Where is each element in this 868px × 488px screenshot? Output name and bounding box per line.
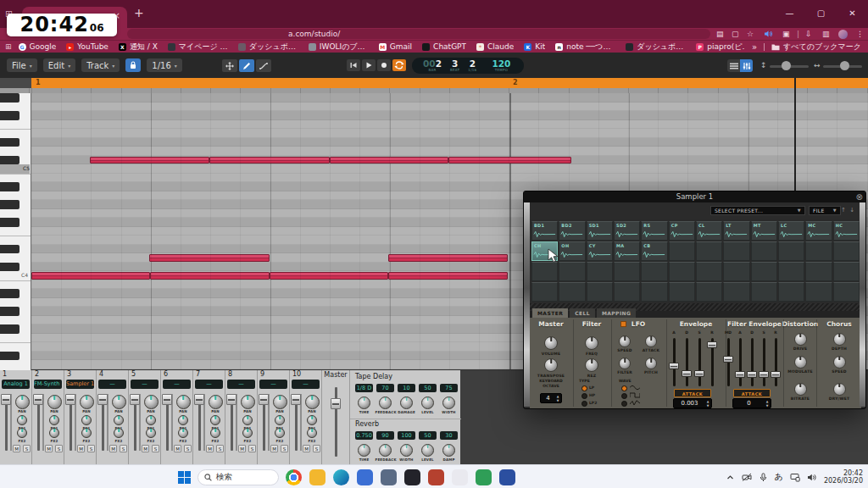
- solo-button[interactable]: S: [281, 445, 288, 452]
- camera-off-icon[interactable]: [742, 473, 752, 482]
- fx2-send-knob[interactable]: [178, 428, 188, 438]
- sampler-pad-cb[interactable]: CB: [641, 241, 667, 261]
- bookmark-item[interactable]: ▸YouTube: [66, 42, 108, 51]
- piano-black-key[interactable]: [0, 324, 19, 334]
- tab-master[interactable]: MASTER: [532, 308, 568, 318]
- piano-key-c5[interactable]: C5: [0, 164, 30, 174]
- piano-black-key[interactable]: [0, 245, 19, 254]
- file-menu[interactable]: File▾: [7, 58, 37, 72]
- taskbar-app-obs[interactable]: [404, 469, 420, 485]
- channel-name-button[interactable]: Analog 1: [2, 380, 30, 389]
- fx-feedback-knob[interactable]: [379, 444, 392, 457]
- midi-note[interactable]: [388, 254, 508, 262]
- master-fader-handle[interactable]: [331, 398, 341, 409]
- fx2-send-knob[interactable]: [275, 428, 285, 438]
- solo-button[interactable]: S: [313, 445, 320, 452]
- bookmark-item[interactable]: *Claude: [476, 42, 514, 51]
- vertical-zoom-handle[interactable]: [782, 61, 791, 70]
- fx1-send-knob[interactable]: [114, 415, 124, 425]
- pan-knob[interactable]: [241, 395, 255, 409]
- pan-knob[interactable]: [144, 395, 159, 409]
- midi-note[interactable]: [150, 272, 270, 280]
- pan-knob[interactable]: [176, 395, 191, 409]
- piano-roll-row[interactable]: [31, 164, 868, 174]
- maximize-button[interactable]: ▢: [805, 0, 837, 25]
- speed-knob[interactable]: [833, 356, 846, 369]
- lfo-wave-radio-2[interactable]: [621, 401, 627, 407]
- solo-button[interactable]: S: [87, 445, 95, 452]
- fx-feedback-knob[interactable]: [379, 396, 392, 409]
- fx-value-width[interactable]: 75: [440, 384, 458, 392]
- pan-knob[interactable]: [305, 395, 320, 409]
- midi-note[interactable]: [209, 157, 330, 164]
- fx2-send-knob[interactable]: [242, 428, 253, 438]
- sampler-pad-bd2[interactable]: BD2: [559, 221, 585, 241]
- start-button[interactable]: [178, 471, 191, 484]
- piano-key-c4[interactable]: C4: [0, 271, 28, 280]
- pan-knob[interactable]: [273, 395, 287, 409]
- fx-damp-knob[interactable]: [442, 444, 455, 457]
- fx-damage-knob[interactable]: [400, 396, 413, 409]
- sampler-pad-ma[interactable]: MA: [614, 241, 640, 261]
- fx2-send-knob[interactable]: [210, 428, 220, 438]
- fx2-send-knob[interactable]: [114, 428, 124, 438]
- channel-name-button[interactable]: —: [98, 380, 126, 389]
- automation-tool-button[interactable]: [256, 59, 271, 72]
- keyboard-octave-value[interactable]: 4▲▼: [540, 393, 562, 403]
- bookmark-item[interactable]: ダッシュボード: [626, 42, 686, 53]
- beat-display[interactable]: 3 BEAT: [450, 59, 459, 73]
- piano-keyboard[interactable]: C5C4: [0, 93, 31, 370]
- sampler-pad-sd2[interactable]: SD2: [614, 221, 640, 241]
- filter-type-lp-radio[interactable]: [581, 385, 587, 391]
- pan-knob[interactable]: [112, 395, 126, 409]
- mute-button[interactable]: M: [206, 445, 214, 452]
- fx-width-knob[interactable]: [442, 396, 455, 409]
- volume-fader-handle[interactable]: [65, 394, 75, 405]
- volume-fader-handle[interactable]: [1, 394, 11, 405]
- piano-roll-row[interactable]: [31, 147, 868, 156]
- fx2-send-knob[interactable]: [81, 428, 92, 438]
- ime-indicator[interactable]: あ: [775, 471, 783, 483]
- piano-black-key[interactable]: [0, 111, 19, 120]
- filter-envelope-md-handle[interactable]: [723, 356, 733, 363]
- envelope-attack-value-stepper[interactable]: ▲▼: [705, 400, 710, 408]
- extensions-icon[interactable]: ▥: [822, 29, 830, 39]
- taskbar-app-app-blue[interactable]: [357, 469, 373, 485]
- browser-menu-icon[interactable]: ⋮: [856, 29, 864, 39]
- sampler-pad-empty[interactable]: [559, 262, 585, 281]
- mute-button[interactable]: M: [77, 445, 85, 452]
- sampler-pad-empty[interactable]: [805, 241, 832, 261]
- solo-button[interactable]: S: [152, 445, 159, 452]
- midi-note[interactable]: [270, 272, 388, 280]
- tray-clock[interactable]: 20:42 2026/03/20: [824, 469, 863, 485]
- bookmark-item[interactable]: MGmail: [379, 42, 412, 51]
- sampler-pad-empty[interactable]: [778, 262, 804, 281]
- tab-cell[interactable]: CELL: [570, 308, 595, 318]
- fx1-send-knob[interactable]: [81, 415, 92, 425]
- move-tool-button[interactable]: [222, 59, 237, 72]
- horizontal-zoom-handle[interactable]: [840, 61, 849, 70]
- taskbar-search[interactable]: 検索: [198, 469, 279, 485]
- side-panel-icon[interactable]: ▤: [716, 29, 724, 39]
- new-tab-button[interactable]: +: [134, 6, 144, 19]
- piano-black-key[interactable]: [0, 93, 19, 103]
- tab-mapping[interactable]: MAPPING: [597, 308, 636, 318]
- fx1-send-knob[interactable]: [307, 415, 317, 425]
- solo-button[interactable]: S: [120, 445, 127, 452]
- fx2-send-knob[interactable]: [49, 428, 59, 438]
- sampler-pad-empty[interactable]: [669, 241, 695, 261]
- sampler-pad-empty[interactable]: [696, 241, 722, 261]
- fx1-send-knob[interactable]: [242, 415, 253, 425]
- rez-knob[interactable]: [585, 358, 598, 372]
- piano-black-key[interactable]: [0, 307, 19, 316]
- mute-button[interactable]: M: [142, 445, 149, 452]
- sampler-pad-empty[interactable]: [751, 282, 777, 302]
- sampler-pad-empty[interactable]: [614, 262, 640, 281]
- division-display[interactable]: 2 1/16: [468, 59, 476, 73]
- bookmark-item[interactable]: IWOLIのブックマーク -...: [309, 42, 369, 53]
- sampler-pad-mc[interactable]: MC: [805, 221, 832, 241]
- preset-dropdown[interactable]: SELECT PRESET...▼: [710, 206, 805, 215]
- sampler-pad-cl[interactable]: CL: [696, 221, 722, 241]
- envelope-a-handle[interactable]: [669, 363, 679, 369]
- fx1-send-knob[interactable]: [49, 415, 59, 425]
